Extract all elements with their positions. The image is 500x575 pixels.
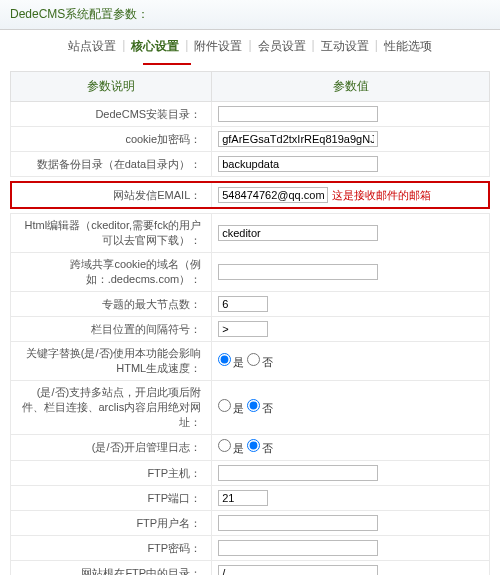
input-topic-nodes[interactable] bbox=[218, 296, 268, 312]
input-editor[interactable] bbox=[218, 225, 378, 241]
input-send-email[interactable] bbox=[218, 187, 328, 203]
input-ftp-port[interactable] bbox=[218, 490, 268, 506]
input-ftp-pass[interactable] bbox=[218, 540, 378, 556]
lbl-ftp-host: FTP主机： bbox=[11, 461, 212, 486]
input-cookie-domain[interactable] bbox=[218, 264, 378, 280]
email-highlight-box: 网站发信EMAIL：这是接收邮件的邮箱 bbox=[10, 181, 490, 209]
lbl-ftp-port: FTP端口： bbox=[11, 486, 212, 511]
tab-site[interactable]: 站点设置 bbox=[62, 38, 122, 55]
radio-log-yes[interactable] bbox=[218, 439, 231, 452]
input-backup-dir[interactable] bbox=[218, 156, 378, 172]
tab-attachment[interactable]: 附件设置 bbox=[188, 38, 248, 55]
tab-member[interactable]: 会员设置 bbox=[252, 38, 312, 55]
lbl-keyword-replace: 关键字替换(是/否)使用本功能会影响HTML生成速度： bbox=[11, 342, 212, 381]
active-tab-underline bbox=[143, 63, 191, 65]
lbl-sep: 栏目位置的间隔符号： bbox=[11, 317, 212, 342]
lbl-send-email: 网站发信EMAIL： bbox=[11, 182, 212, 208]
tab-performance[interactable]: 性能选项 bbox=[378, 38, 438, 55]
th-param: 参数说明 bbox=[11, 72, 212, 102]
config-table-2: Html编辑器（ckeditor,需要fck的用户可以去官网下载）： 跨域共享c… bbox=[10, 213, 490, 575]
lbl-ftp-user: FTP用户名： bbox=[11, 511, 212, 536]
radio-ms-no[interactable] bbox=[247, 399, 260, 412]
th-value: 参数值 bbox=[212, 72, 490, 102]
lbl-cookie-secret: cookie加密码： bbox=[11, 127, 212, 152]
page-title: DedeCMS系统配置参数： bbox=[0, 0, 500, 30]
input-cookie-secret[interactable] bbox=[218, 131, 378, 147]
lbl-multisite: (是/否)支持多站点，开启此项后附件、栏目连接、arclis内容启用绝对网址： bbox=[11, 381, 212, 435]
tab-interaction[interactable]: 互动设置 bbox=[315, 38, 375, 55]
tab-bar: 站点设置| 核心设置| 附件设置| 会员设置| 互动设置| 性能选项 bbox=[0, 30, 500, 63]
lbl-topic-nodes: 专题的最大节点数： bbox=[11, 292, 212, 317]
input-ftp-user[interactable] bbox=[218, 515, 378, 531]
config-table: 参数说明参数值 DedeCMS安装目录： cookie加密码： 数据备份目录（在… bbox=[10, 71, 490, 177]
lbl-backup-dir: 数据备份目录（在data目录内）： bbox=[11, 152, 212, 177]
lbl-cookie-domain: 跨域共享cookie的域名（例如：.dedecms.com）： bbox=[11, 253, 212, 292]
input-ftp-root[interactable] bbox=[218, 565, 378, 575]
input-sep[interactable] bbox=[218, 321, 268, 337]
radio-ms-yes[interactable] bbox=[218, 399, 231, 412]
lbl-install-dir: DedeCMS安装目录： bbox=[11, 102, 212, 127]
note-send-email: 这是接收邮件的邮箱 bbox=[332, 188, 431, 203]
radio-kw-no[interactable] bbox=[247, 353, 260, 366]
input-ftp-host[interactable] bbox=[218, 465, 378, 481]
tab-core[interactable]: 核心设置 bbox=[125, 38, 185, 55]
radio-log-no[interactable] bbox=[247, 439, 260, 452]
lbl-admin-log: (是/否)开启管理日志： bbox=[11, 435, 212, 461]
radio-kw-yes[interactable] bbox=[218, 353, 231, 366]
input-install-dir[interactable] bbox=[218, 106, 378, 122]
lbl-ftp-pass: FTP密码： bbox=[11, 536, 212, 561]
lbl-editor: Html编辑器（ckeditor,需要fck的用户可以去官网下载）： bbox=[11, 214, 212, 253]
lbl-ftp-root: 网站根在FTP中的目录： bbox=[11, 561, 212, 576]
